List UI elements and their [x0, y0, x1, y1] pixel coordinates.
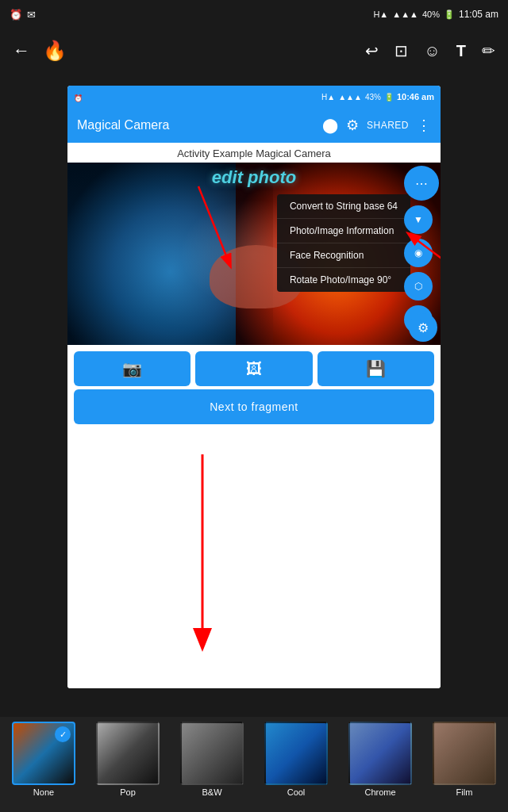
phone-screen: ⏰ H▲ ▲▲▲ 43% 🔋 10:46 am Magical Camera ⬤… — [67, 86, 441, 688]
app-bar-right: ⬤ ⚙ SHARED ⋮ — [322, 117, 431, 134]
filter-thumb-cool[interactable] — [264, 722, 328, 785]
time-display: 11:05 am — [459, 9, 498, 20]
filter-thumb-none[interactable]: ✓ — [12, 722, 75, 785]
main-content: Activity Example Magical Camera edit pho… — [67, 143, 441, 688]
action-btn-1[interactable]: ▼ — [404, 205, 433, 234]
image-gear-button[interactable]: ⚙ — [409, 313, 437, 342]
status-right-info: H▲ ▲▲▲ 40% 🔋 11:05 am — [373, 9, 498, 20]
undo-button[interactable]: ↩ — [365, 41, 379, 60]
filter-label-bw: B&W — [202, 787, 221, 797]
wifi-icon: ▲▲▲ — [392, 10, 418, 19]
filter-label-cool: Cool — [287, 787, 306, 797]
more-icon[interactable]: ⋮ — [417, 117, 431, 134]
app-logo-icon: 🔥 — [43, 40, 67, 62]
filter-label-chrome: Chrome — [364, 787, 395, 797]
text-button[interactable]: T — [456, 42, 466, 60]
crop-button[interactable]: ⊡ — [394, 41, 408, 60]
filter-label-none: None — [33, 787, 54, 797]
inner-status-bar: ⏰ H▲ ▲▲▲ 43% 🔋 10:46 am — [67, 86, 441, 108]
filter-thumb-film[interactable] — [433, 722, 496, 785]
edit-photo-label: edit photo — [212, 167, 296, 188]
settings-icon[interactable]: ⚙ — [346, 117, 359, 134]
action-btn-3[interactable]: ⬡ — [404, 272, 433, 301]
inner-alarm-icon: ⏰ — [74, 94, 83, 102]
inner-battery: 43% — [365, 93, 381, 102]
filter-thumb-pop[interactable] — [96, 722, 160, 785]
camera-button[interactable]: 📷 — [74, 351, 190, 386]
image-area: edit photo ⋯ ▼ ◉ ⬡ ↑ — [67, 163, 441, 345]
action-btn-2[interactable]: ◉ — [404, 239, 433, 267]
inner-bars: ▲▲▲ — [338, 93, 362, 102]
filter-check-none: ✓ — [55, 726, 71, 742]
filter-thumb-chrome[interactable] — [348, 722, 412, 785]
battery-icon: 🔋 — [444, 10, 455, 20]
back-button[interactable]: ← — [13, 40, 30, 61]
inner-app-bar: Magical Camera ⬤ ⚙ SHARED ⋮ — [67, 108, 441, 143]
expand-button[interactable]: ⋯ — [404, 166, 439, 201]
save-button[interactable]: 💾 — [318, 351, 434, 386]
top-toolbar: ← 🔥 ↩ ⊡ ☺ T ✏ — [0, 29, 508, 73]
filter-item-chrome[interactable]: Chrome — [340, 722, 421, 797]
filter-item-none[interactable]: ✓ None — [3, 722, 84, 797]
toolbar-right: ↩ ⊡ ☺ T ✏ — [365, 41, 495, 60]
filter-strip: ✓ None Pop B&W Cool Chrome Film — [0, 717, 508, 812]
filter-label-film: Film — [456, 787, 473, 797]
content-white-space — [67, 431, 441, 688]
right-buttons: ⋯ ▼ ◉ ⬡ ↑ — [404, 163, 441, 334]
gallery-icon: 🖼 — [246, 360, 262, 378]
filter-item-cool[interactable]: Cool — [256, 722, 337, 797]
alarm-icon: ⏰ — [10, 9, 22, 21]
gallery-button[interactable]: 🖼 — [195, 351, 312, 386]
filter-label-pop: Pop — [120, 787, 136, 797]
status-left-icons: ⏰ ✉ — [10, 9, 36, 21]
inner-time: 10:46 am — [397, 92, 434, 102]
next-fragment-button[interactable]: Next to fragment — [74, 389, 434, 424]
context-item-1[interactable]: Photo/Image Information — [277, 219, 410, 243]
bottom-action-buttons: 📷 🖼 💾 — [67, 345, 441, 389]
camera-icon: 📷 — [122, 359, 142, 378]
github-icon[interactable]: ⬤ — [322, 117, 338, 134]
app-bar-title: Magical Camera — [77, 118, 169, 132]
context-menu: Convert to String base 64 Photo/Image In… — [277, 194, 410, 292]
filter-item-pop[interactable]: Pop — [87, 722, 168, 797]
inner-signal: H▲ — [321, 93, 335, 102]
save-icon: 💾 — [366, 359, 386, 378]
toolbar-left: ← 🔥 — [13, 40, 67, 62]
pen-button[interactable]: ✏ — [482, 41, 495, 60]
context-item-2[interactable]: Face Recognition — [277, 243, 410, 268]
filter-item-bw[interactable]: B&W — [171, 722, 252, 797]
activity-title: Activity Example Magical Camera — [67, 143, 441, 163]
shared-label: SHARED — [367, 120, 409, 131]
filter-item-film[interactable]: Film — [424, 722, 505, 797]
inner-battery-icon: 🔋 — [384, 93, 394, 102]
battery-text: 40% — [422, 10, 440, 19]
context-item-0[interactable]: Convert to String base 64 — [277, 194, 410, 219]
inner-status-left: ⏰ — [74, 90, 83, 104]
inner-status-right: H▲ ▲▲▲ 43% 🔋 10:46 am — [321, 92, 434, 102]
emoji-button[interactable]: ☺ — [424, 42, 440, 60]
downward-arrow-svg — [67, 431, 441, 688]
email-icon: ✉ — [27, 9, 36, 21]
status-bar: ⏰ ✉ H▲ ▲▲▲ 40% 🔋 11:05 am — [0, 0, 508, 29]
context-item-3[interactable]: Rotate Photo/Image 90° — [277, 268, 410, 292]
filter-thumb-bw[interactable] — [180, 722, 244, 785]
signal-icon: H▲ — [373, 10, 388, 19]
